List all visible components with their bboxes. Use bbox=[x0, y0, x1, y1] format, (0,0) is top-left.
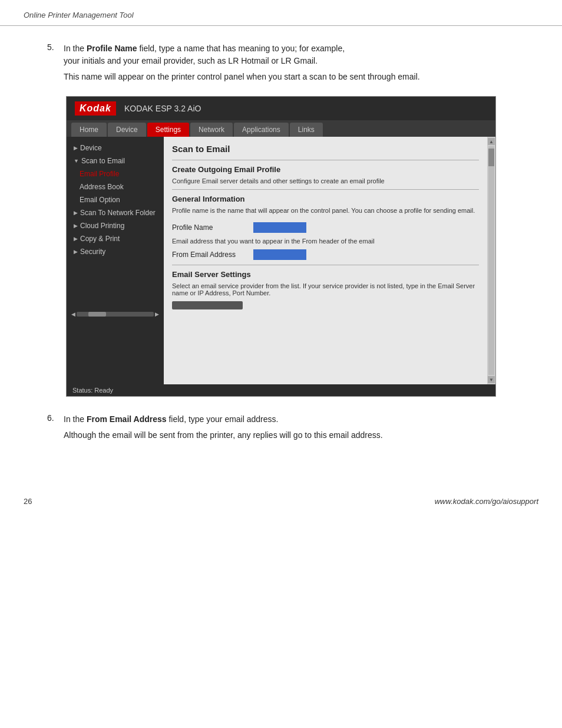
step-6-text: In the From Email Address field, type yo… bbox=[64, 413, 278, 426]
sidebar-scrollbar[interactable]: ◀ ▶ bbox=[67, 308, 164, 321]
profile-name-row: Profile Name bbox=[172, 222, 479, 233]
tab-settings[interactable]: Settings bbox=[147, 123, 189, 137]
header-title: Online Printer Management Tool bbox=[24, 11, 134, 19]
tab-applications[interactable]: Applications bbox=[234, 123, 289, 137]
nav-tabs: Home Device Settings Network Application… bbox=[67, 120, 495, 137]
arrow-icon-scan-network: ▶ bbox=[74, 210, 78, 216]
subsection1-title: Create Outgoing Email Profile bbox=[172, 165, 479, 174]
step-5-number: 5. bbox=[47, 42, 64, 52]
sidebar-label-email-option: Email Option bbox=[80, 196, 120, 204]
scroll-left-icon[interactable]: ◀ bbox=[71, 311, 75, 317]
sidebar-item-scan-to-email[interactable]: ▼ Scan to Email bbox=[67, 154, 164, 167]
status-bar: Status: Ready bbox=[67, 384, 495, 396]
tab-device[interactable]: Device bbox=[108, 123, 146, 137]
sidebar-item-device[interactable]: ▶ Device bbox=[67, 141, 164, 154]
sidebar-item-scan-network[interactable]: ▶ Scan To Network Folder bbox=[67, 206, 164, 219]
scroll-thumb bbox=[88, 312, 106, 317]
sidebar-label-scan-email: Scan to Email bbox=[81, 157, 125, 165]
from-email-row: From Email Address bbox=[172, 249, 479, 260]
panel-scrollbar[interactable]: ▲ ▼ bbox=[487, 137, 495, 384]
from-email-input[interactable] bbox=[253, 249, 306, 260]
step-5-line: 5. In the Profile Name field, type a nam… bbox=[47, 42, 515, 67]
sidebar-item-email-option[interactable]: Email Option bbox=[67, 193, 164, 206]
step-5-text: In the Profile Name field, type a name t… bbox=[64, 42, 345, 67]
scrollbar-track bbox=[488, 146, 494, 375]
kodak-model: KODAK ESP 3.2 AiO bbox=[124, 104, 201, 113]
sidebar: ▶ Device ▼ Scan to Email Email Profile A… bbox=[67, 137, 164, 384]
step-5-bold: Profile Name bbox=[87, 44, 137, 53]
arrow-icon-copy: ▶ bbox=[74, 236, 78, 242]
sidebar-label-address-book: Address Book bbox=[80, 183, 124, 191]
tab-home[interactable]: Home bbox=[71, 123, 107, 137]
sidebar-item-copy-print[interactable]: ▶ Copy & Print bbox=[67, 232, 164, 245]
sidebar-item-address-book[interactable]: Address Book bbox=[67, 180, 164, 193]
sidebar-item-security[interactable]: ▶ Security bbox=[67, 245, 164, 258]
sidebar-label-copy-print: Copy & Print bbox=[80, 235, 120, 243]
profile-name-label: Profile Name bbox=[172, 223, 249, 232]
step-6-bold: From Email Address bbox=[87, 414, 167, 424]
screenshot-body: ▶ Device ▼ Scan to Email Email Profile A… bbox=[67, 137, 495, 384]
subsection2-title: General Information bbox=[172, 195, 479, 203]
subsection2-desc: Profile name is the name that will appea… bbox=[172, 207, 479, 214]
sidebar-item-email-profile[interactable]: Email Profile bbox=[67, 167, 164, 180]
status-text: Status: Ready bbox=[72, 387, 113, 394]
scroll-track bbox=[77, 312, 154, 317]
profile-name-input[interactable] bbox=[253, 222, 306, 233]
arrow-icon-device: ▶ bbox=[74, 145, 78, 151]
step-6-line: 6. In the From Email Address field, type… bbox=[47, 413, 515, 426]
tab-links[interactable]: Links bbox=[290, 123, 323, 137]
main-panel: Scan to Email Create Outgoing Email Prof… bbox=[164, 137, 487, 384]
scrollbar-thumb bbox=[488, 149, 494, 166]
step-6-sub: Although the email will be sent from the… bbox=[47, 429, 515, 442]
divider-1 bbox=[172, 160, 479, 160]
subsection1-desc: Configure Email server details and other… bbox=[172, 177, 479, 185]
arrow-icon-scan-email: ▼ bbox=[74, 158, 79, 164]
scrollbar-down-btn[interactable]: ▼ bbox=[488, 376, 495, 383]
arrow-icon-cloud: ▶ bbox=[74, 223, 78, 229]
subsection3-desc: Select an email service provider from th… bbox=[172, 282, 479, 297]
scroll-right-icon[interactable]: ▶ bbox=[155, 311, 159, 317]
sidebar-label-cloud-printing: Cloud Printing bbox=[80, 222, 124, 230]
step-5-block: 5. In the Profile Name field, type a nam… bbox=[47, 42, 515, 83]
tab-network[interactable]: Network bbox=[190, 123, 233, 137]
step-5-line2: your initials and your email provider, s… bbox=[64, 56, 318, 65]
screenshot-container: Kodak KODAK ESP 3.2 AiO Home Device Sett… bbox=[66, 96, 496, 397]
divider-3 bbox=[172, 265, 479, 265]
page-header: Online Printer Management Tool bbox=[0, 0, 562, 26]
partial-bottom-element bbox=[172, 301, 243, 309]
sidebar-label-device: Device bbox=[80, 144, 102, 152]
scrollbar-up-btn[interactable]: ▲ bbox=[488, 138, 495, 145]
sidebar-label-security: Security bbox=[80, 248, 105, 256]
page-number: 26 bbox=[24, 497, 32, 506]
kodak-header: Kodak KODAK ESP 3.2 AiO bbox=[67, 97, 495, 120]
kodak-logo: Kodak bbox=[75, 101, 116, 116]
page-footer: 26 www.kodak.com/go/aiosupport bbox=[0, 490, 562, 513]
divider-2 bbox=[172, 189, 479, 190]
step-5-sub: This name will appear on the printer con… bbox=[47, 71, 515, 83]
step-6-block: 6. In the From Email Address field, type… bbox=[47, 413, 515, 442]
sidebar-label-scan-network: Scan To Network Folder bbox=[80, 209, 156, 217]
main-content: 5. In the Profile Name field, type a nam… bbox=[0, 26, 562, 478]
footer-url: www.kodak.com/go/aiosupport bbox=[435, 497, 538, 506]
subsection3-title: Email Server Settings bbox=[172, 270, 479, 279]
from-email-label: From Email Address bbox=[172, 251, 249, 259]
sidebar-label-email-profile: Email Profile bbox=[80, 170, 119, 178]
step-6-number: 6. bbox=[47, 413, 64, 423]
arrow-icon-security: ▶ bbox=[74, 249, 78, 255]
from-email-desc: Email address that you want to appear in… bbox=[172, 238, 479, 245]
sidebar-item-cloud-printing[interactable]: ▶ Cloud Printing bbox=[67, 219, 164, 232]
main-panel-title: Scan to Email bbox=[172, 144, 479, 154]
